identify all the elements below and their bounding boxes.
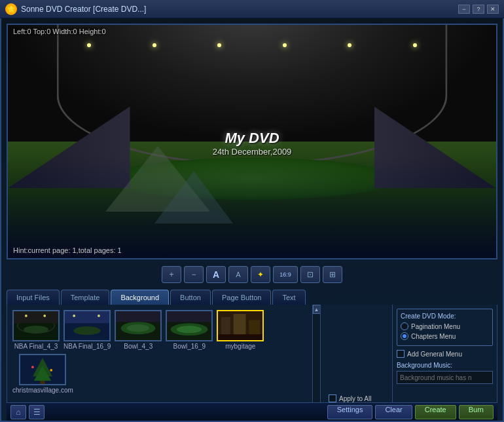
- settings-button[interactable]: Settings: [327, 405, 373, 419]
- radio-chapters[interactable]: Chapters Menu: [401, 332, 489, 340]
- clear-button[interactable]: Clear: [375, 405, 412, 419]
- bottom-section: Input Files Template Background Button P…: [7, 290, 497, 421]
- burn-button[interactable]: Burn: [459, 405, 494, 419]
- svg-rect-12: [116, 311, 160, 322]
- svg-point-29: [50, 369, 53, 372]
- tab-template[interactable]: Template: [61, 290, 110, 305]
- svg-rect-23: [218, 334, 262, 340]
- tab-bar: Input Files Template Background Button P…: [7, 290, 497, 305]
- thumb-christmas: [19, 354, 66, 385]
- scroll-up-btn[interactable]: ▲: [313, 305, 321, 314]
- svg-point-18: [177, 326, 202, 333]
- add-general-menu-label: Add General Menu: [407, 351, 462, 358]
- thumb-nba169: [63, 310, 111, 341]
- radio-pagination-label: Pagination Menu: [411, 323, 460, 330]
- radio-pagination[interactable]: Pagination Menu: [401, 322, 489, 330]
- home-icon-btn[interactable]: ⌂: [10, 405, 26, 419]
- thumb-item-nba43[interactable]: NBA Final_4_3: [12, 310, 60, 350]
- add-general-menu-row[interactable]: Add General Menu: [397, 350, 493, 358]
- stadium-lights: [57, 43, 448, 47]
- light-1: [87, 43, 91, 47]
- thumb-label-bowl169: Bowl_16_9: [173, 343, 206, 350]
- svg-rect-16: [167, 311, 211, 322]
- bottom-panel: NBA Final_4_3 NBA Final_: [7, 305, 497, 415]
- right-panel: Create DVD Mode: Pagination Menu Chapter…: [392, 305, 497, 414]
- thumb-nba43: [12, 310, 60, 341]
- thumb-label-heritage: mybgitage: [225, 343, 255, 350]
- light-4: [283, 43, 287, 47]
- font-a-small[interactable]: A: [228, 266, 248, 283]
- tab-button[interactable]: Button: [170, 290, 211, 305]
- thumb-item-nba169[interactable]: NBA Final_16_9: [63, 310, 111, 350]
- svg-rect-21: [234, 314, 246, 336]
- window-controls: − ? ✕: [458, 5, 499, 14]
- svg-rect-20: [221, 317, 230, 336]
- svg-rect-22: [249, 320, 261, 336]
- title-bar: ⭐ Sonne DVD Creator [Create DVD...] − ? …: [0, 0, 504, 18]
- layout-button[interactable]: ⊞: [323, 266, 342, 283]
- toolbar: + − A A ✦ 16:9 ⊡ ⊞: [7, 263, 497, 286]
- thumb-item-heritage[interactable]: mybgitage: [217, 310, 264, 350]
- list-icon-btn[interactable]: ☰: [29, 405, 45, 419]
- window-title: Sonne DVD Creator [Create DVD...]: [21, 5, 458, 14]
- close-button[interactable]: ✕: [487, 5, 499, 14]
- apply-area: Apply to All: [320, 305, 392, 414]
- svg-rect-27: [41, 381, 46, 385]
- svg-point-28: [31, 366, 34, 368]
- add-button[interactable]: +: [162, 266, 181, 283]
- thumb-item-bowl43[interactable]: Bowl_4_3: [115, 310, 162, 350]
- tab-background[interactable]: Background: [111, 290, 169, 305]
- mode-group: Create DVD Mode: Pagination Menu Chapter…: [397, 309, 493, 346]
- scroll-track: [314, 314, 320, 405]
- light-3: [217, 43, 221, 47]
- create-button[interactable]: Create: [415, 405, 456, 419]
- dvd-title-overlay: My DVD 24th December,2009: [213, 130, 292, 157]
- apply-all-checkbox[interactable]: [329, 394, 336, 402]
- sparkle-button[interactable]: ✦: [251, 266, 270, 283]
- tab-page-button[interactable]: Page Button: [212, 290, 272, 305]
- thumb-label-nba169: NBA Final_16_9: [63, 343, 111, 350]
- light-6: [413, 43, 417, 47]
- tab-text[interactable]: Text: [272, 290, 305, 305]
- thumb-item-christmas[interactable]: christmasvillage.com: [12, 354, 73, 394]
- ratio-button[interactable]: 16:9: [273, 266, 298, 283]
- svg-point-5: [24, 326, 48, 333]
- main-container: Left:0 Top:0 Width:0 Height:0: [0, 18, 504, 422]
- preview-coords: Left:0 Top:0 Width:0 Height:0: [13, 28, 106, 35]
- remove-button[interactable]: −: [184, 266, 204, 283]
- preview-hint: Hint:current page: 1,total pages: 1: [13, 246, 122, 254]
- grid-button[interactable]: ⊡: [300, 266, 320, 283]
- svg-point-8: [73, 315, 75, 317]
- thumb-label-nba43: NBA Final_4_3: [14, 343, 58, 350]
- radio-pagination-circle: [401, 322, 408, 330]
- light-5: [348, 43, 351, 47]
- overlay-dark: [8, 153, 496, 258]
- mode-title: Create DVD Mode:: [401, 313, 489, 320]
- light-2: [153, 43, 156, 47]
- preview-area: Left:0 Top:0 Width:0 Height:0: [7, 24, 497, 259]
- svg-rect-7: [65, 311, 109, 323]
- thumb-heritage: [217, 310, 264, 341]
- svg-point-14: [127, 324, 149, 332]
- thumb-item-bowl169[interactable]: Bowl_16_9: [166, 310, 213, 350]
- app-icon: ⭐: [5, 3, 17, 15]
- add-general-menu-checkbox[interactable]: [397, 350, 405, 358]
- dvd-subtitle: 24th December,2009: [213, 147, 292, 157]
- scrollbar-v[interactable]: ▲ ▼: [312, 305, 320, 414]
- thumbnails-area: NBA Final_4_3 NBA Final_: [7, 305, 312, 414]
- dvd-title: My DVD: [213, 130, 292, 147]
- tab-input-files[interactable]: Input Files: [7, 290, 60, 305]
- apply-all-label: Apply to All: [339, 395, 371, 402]
- radio-chapters-circle: [401, 332, 408, 340]
- preview-image: My DVD 24th December,2009: [8, 25, 496, 258]
- svg-point-3: [25, 315, 27, 317]
- thumb-label-christmas: christmasvillage.com: [12, 387, 73, 394]
- svg-point-9: [98, 315, 100, 317]
- music-input[interactable]: [397, 371, 493, 384]
- help-button[interactable]: ?: [473, 5, 484, 14]
- radio-chapters-label: Chapters Menu: [411, 333, 456, 340]
- action-bar: ⌂ ☰ Settings Clear Create Burn: [7, 402, 497, 421]
- music-label: Background Music:: [397, 362, 493, 369]
- minimize-button[interactable]: −: [458, 5, 470, 14]
- font-a-large[interactable]: A: [206, 266, 226, 283]
